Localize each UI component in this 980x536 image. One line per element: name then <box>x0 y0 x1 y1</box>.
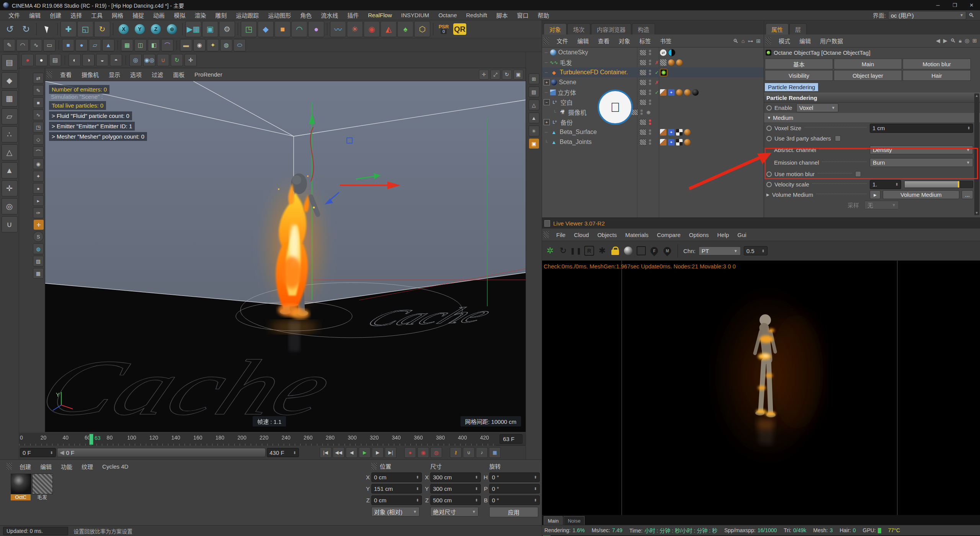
psr-badge[interactable]: PSR0 <box>436 21 451 37</box>
record-keyframe-button[interactable]: ● <box>404 447 416 458</box>
material-tag-icon[interactable] <box>668 59 675 66</box>
tab-object-layer[interactable]: Object layer <box>834 70 902 81</box>
use-3rd-party-checkbox[interactable] <box>835 136 841 141</box>
refresh-icon[interactable]: ↻ <box>558 246 568 256</box>
floor-icon[interactable]: ▬ <box>180 39 192 51</box>
pause-icon[interactable]: ❚❚ <box>571 246 581 256</box>
lv-menu-file[interactable]: File <box>552 232 570 238</box>
tab-motion-blur[interactable]: Motion blur <box>903 59 971 69</box>
menu-character[interactable]: 角色 <box>296 11 316 19</box>
emission-channel-select[interactable]: Burn▼ <box>870 158 973 167</box>
render-picture-viewer-button[interactable]: ▣ <box>202 21 218 37</box>
velocity-scale-field[interactable]: 1.⬍ <box>870 180 901 189</box>
attr-search-icon[interactable]: 🔍︎ <box>951 38 956 44</box>
brush-icon[interactable]: ✑ <box>33 208 44 218</box>
abs-sct-channel-select[interactable]: Density▼ <box>870 145 973 154</box>
record-icon[interactable]: ● <box>21 54 34 66</box>
tab-noise[interactable]: Noise <box>564 516 585 525</box>
material-label[interactable]: OctC <box>11 494 31 500</box>
om-add-icon[interactable]: ⊞ <box>756 38 761 44</box>
menu-mograph[interactable]: 运动图形 <box>263 11 296 19</box>
object-row[interactable]: ─ OctaneSky ⇄ <box>542 47 764 57</box>
menu-redshift[interactable]: Redshift <box>462 12 492 18</box>
material-label[interactable]: 毛发 <box>32 494 52 500</box>
spline-freehand-icon[interactable]: ∿ <box>30 39 42 51</box>
object-row[interactable]: ─▲ Beta_Surface ✦ <box>542 127 764 137</box>
rot-b-field[interactable]: 0 °⬍ <box>489 495 540 505</box>
visibility-dots[interactable] <box>649 50 651 55</box>
frame-end-field[interactable]: 430 F⬍ <box>267 448 299 457</box>
drag-grip[interactable] <box>544 38 549 44</box>
menu-plugins[interactable]: 插件 <box>343 11 363 19</box>
polygons-mode-icon[interactable]: ▲ <box>2 162 18 178</box>
snowflake-icon[interactable]: ✳ <box>529 126 539 136</box>
enabled-icon[interactable]: ✓ <box>653 90 660 95</box>
edges-mode-icon[interactable]: △ <box>2 144 18 160</box>
menu-create[interactable]: 创建 <box>45 11 66 19</box>
visibility-off-dots[interactable] <box>649 119 651 125</box>
render-view-button[interactable]: ▶▦ <box>185 21 201 37</box>
octane-object-tag-icon[interactable] <box>660 69 667 76</box>
vp-menu-filter[interactable]: 过滤 <box>147 70 168 78</box>
octane-plugin-icon[interactable]: ◉ <box>364 21 380 37</box>
menu-pipeline[interactable]: 流水线 <box>316 11 343 19</box>
render-view[interactable]: Check:0ms./0ms. MeshGen:1.967sec Update0… <box>542 261 980 515</box>
bend-deformer-icon[interactable]: ⌒ <box>161 39 173 51</box>
restart-render-icon[interactable]: ✲ <box>545 246 555 256</box>
vp-menu-panel[interactable]: 面板 <box>168 70 189 78</box>
pipeline-icon[interactable]: ⬡ <box>414 21 430 37</box>
film-icon[interactable]: ▤ <box>49 54 61 66</box>
material-tag-icon[interactable] <box>676 59 683 66</box>
cube-icon[interactable]: ■ <box>33 97 44 108</box>
grid-mode-icon[interactable]: ▦ <box>33 268 44 279</box>
enable-select[interactable]: Voxel▼ <box>796 103 838 112</box>
pos-mode-select[interactable]: 对象 (相对)▼ <box>371 507 420 516</box>
material-picker-icon[interactable]: M <box>662 246 672 256</box>
menu-motion-tracker[interactable]: 运动跟踪 <box>231 11 263 19</box>
workplane-mode-icon[interactable]: ▱ <box>2 108 18 124</box>
drag-grip[interactable] <box>544 231 549 238</box>
sky-icon[interactable]: ◍ <box>220 39 232 51</box>
volume-medium-more-button[interactable]: ... <box>962 190 973 199</box>
disabled-icon[interactable]: ✗ <box>653 80 660 85</box>
pen-tool-icon[interactable]: ✎ <box>3 39 15 51</box>
rotate-tool[interactable]: ↻ <box>94 21 110 37</box>
light-small-icon[interactable]: ✦ <box>33 171 44 181</box>
active-palette-icon[interactable]: ▣ <box>529 139 539 149</box>
shading-gouraud-icon[interactable]: ◐ <box>69 54 81 66</box>
material-small-icon[interactable]: ● <box>33 183 44 194</box>
object-row-selected[interactable]: ─◆ TurbulenceFD Container. ✓ <box>542 67 764 77</box>
autokey-button[interactable]: ◉ <box>417 447 429 458</box>
axis-y-lock[interactable]: Y <box>132 21 147 37</box>
target-icon[interactable]: ◎ <box>965 38 969 44</box>
om-menu-object[interactable]: 对象 <box>614 37 635 45</box>
lv-menu-objects[interactable]: Objects <box>593 232 621 238</box>
keyframe-selection-button[interactable]: ⚷ <box>450 447 462 458</box>
sphere-primitive-icon[interactable]: ● <box>75 39 88 51</box>
material-tag-icon[interactable] <box>684 89 691 96</box>
axis-x-lock[interactable]: X <box>116 21 131 37</box>
teal-mode-icon[interactable]: ◍ <box>33 243 44 254</box>
minimize-button[interactable]: ─ <box>929 0 946 10</box>
focus-picker-icon[interactable]: F <box>649 246 659 256</box>
menu-help[interactable]: 帮助 <box>533 11 554 19</box>
object-row[interactable]: +L⁰ 备份 <box>542 117 764 127</box>
deformer-icon[interactable]: ◠ <box>291 21 307 37</box>
live-viewer-titlebar[interactable]: Live Viewer 3.07-R2 <box>542 218 980 229</box>
tab-structure[interactable]: 构造 <box>632 23 655 34</box>
refresh-icon[interactable]: ↻ <box>171 54 183 66</box>
make-editable-icon[interactable]: ▤ <box>2 54 18 70</box>
om-path-icon[interactable]: ⊶ <box>748 38 753 44</box>
object-row[interactable]: └🎥︎ 摄像机 ⊕ <box>542 107 764 117</box>
play-button[interactable]: ▶ <box>359 447 371 458</box>
points-mode-icon[interactable]: ∴ <box>2 126 18 142</box>
axis-z-lock[interactable]: Z <box>148 21 163 37</box>
next-frame-button[interactable]: ▶ <box>372 447 384 458</box>
apply-button[interactable]: 应用 <box>489 507 538 517</box>
menu-tools[interactable]: 工具 <box>87 11 107 19</box>
tab-main[interactable]: Main <box>834 59 902 69</box>
attr-menu-userdata[interactable]: 用户数据 <box>815 37 848 45</box>
xparticles-icon[interactable]: ✳ <box>347 21 363 37</box>
prev-key-button[interactable]: ◀◀ <box>333 447 345 458</box>
volume-medium-expand-button[interactable]: ▸ <box>870 190 880 199</box>
